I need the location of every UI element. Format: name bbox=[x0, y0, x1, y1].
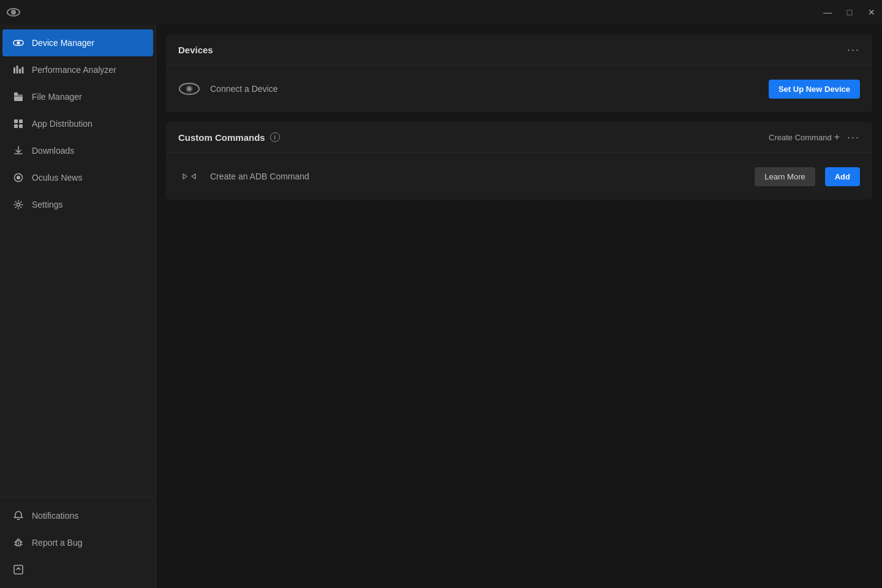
oculus-news-icon bbox=[12, 172, 24, 184]
connect-device-row: Connect a Device Set Up New Device bbox=[166, 66, 872, 112]
svg-rect-13 bbox=[14, 124, 18, 128]
sidebar-item-performance-analyzer[interactable]: Performance Analyzer bbox=[2, 56, 153, 83]
plus-icon: + bbox=[834, 132, 840, 143]
svg-rect-11 bbox=[14, 119, 18, 123]
setup-new-device-button[interactable]: Set Up New Device bbox=[769, 80, 860, 99]
svg-point-16 bbox=[17, 176, 20, 179]
custom-commands-more-button[interactable]: ··· bbox=[847, 132, 860, 143]
sidebar-item-label: Settings bbox=[32, 200, 63, 209]
custom-commands-section-actions: Create Command + ··· bbox=[769, 132, 860, 143]
sidebar-item-device-manager[interactable]: Device Manager bbox=[2, 29, 153, 56]
devices-section-actions: ··· bbox=[847, 44, 860, 55]
add-command-button[interactable]: Add bbox=[825, 167, 860, 186]
sidebar-item-downloads[interactable]: Downloads bbox=[2, 137, 153, 164]
sidebar-item-oculus-news[interactable]: Oculus News bbox=[2, 164, 153, 191]
window-controls: — □ ✕ bbox=[822, 7, 877, 17]
custom-commands-section-title: Custom Commands i bbox=[178, 132, 280, 143]
sidebar-item-label: Oculus News bbox=[32, 173, 82, 183]
sidebar-item-settings[interactable]: Settings bbox=[2, 191, 153, 218]
report-bug-icon bbox=[12, 537, 24, 549]
create-adb-command-row: Create an ADB Command Learn More Add bbox=[166, 153, 872, 200]
collapse-icon bbox=[12, 564, 24, 576]
sidebar-item-collapse[interactable] bbox=[2, 556, 153, 583]
devices-section-title: Devices bbox=[178, 45, 213, 55]
svg-rect-6 bbox=[19, 69, 21, 74]
sidebar-nav: Device Manager Performance Analyzer bbox=[0, 24, 156, 497]
devices-section-header: Devices ··· bbox=[166, 34, 872, 66]
performance-analyzer-icon bbox=[12, 64, 24, 76]
sidebar-item-notifications[interactable]: Notifications bbox=[2, 502, 153, 529]
connect-device-label: Connect a Device bbox=[210, 84, 759, 94]
svg-point-22 bbox=[187, 87, 192, 91]
create-command-button[interactable]: Create Command + bbox=[769, 132, 840, 143]
sidebar-item-label: Performance Analyzer bbox=[32, 65, 116, 75]
adb-command-icon bbox=[178, 165, 200, 187]
svg-rect-9 bbox=[14, 97, 23, 101]
sidebar-item-label: Downloads bbox=[32, 146, 74, 156]
learn-more-button[interactable]: Learn More bbox=[755, 167, 815, 186]
svg-rect-7 bbox=[22, 67, 24, 74]
app-body: Device Manager Performance Analyzer bbox=[0, 24, 882, 588]
svg-point-1 bbox=[11, 10, 16, 15]
svg-rect-4 bbox=[13, 67, 15, 74]
svg-rect-12 bbox=[19, 119, 23, 123]
svg-rect-5 bbox=[17, 66, 18, 74]
svg-point-3 bbox=[17, 42, 20, 45]
sidebar-item-label: Report a Bug bbox=[32, 538, 83, 548]
headset-icon bbox=[178, 78, 200, 100]
custom-commands-section: Custom Commands i Create Command + ··· bbox=[166, 122, 872, 200]
settings-icon bbox=[12, 198, 24, 211]
titlebar: — □ ✕ bbox=[0, 0, 882, 24]
sidebar-item-label: Device Manager bbox=[32, 38, 94, 48]
sidebar-bottom: Notifications Report a Bug bbox=[0, 497, 156, 588]
custom-commands-section-header: Custom Commands i Create Command + ··· bbox=[166, 122, 872, 153]
sidebar-item-label: App Distribution bbox=[32, 119, 92, 129]
main-content: Devices ··· Connect a Device Set Up New … bbox=[156, 24, 882, 588]
close-button[interactable]: ✕ bbox=[866, 7, 877, 17]
adb-command-label: Create an ADB Command bbox=[210, 172, 745, 181]
svg-rect-10 bbox=[14, 94, 23, 97]
svg-point-17 bbox=[17, 203, 20, 206]
devices-section: Devices ··· Connect a Device Set Up New … bbox=[166, 34, 872, 112]
notifications-icon bbox=[12, 510, 24, 522]
sidebar-item-label: Notifications bbox=[32, 511, 78, 521]
custom-commands-info-icon[interactable]: i bbox=[270, 132, 280, 142]
sidebar-item-label: File Manager bbox=[32, 92, 82, 102]
devices-more-button[interactable]: ··· bbox=[847, 44, 860, 55]
sidebar-item-report-bug[interactable]: Report a Bug bbox=[2, 529, 153, 556]
app-logo bbox=[5, 4, 22, 21]
minimize-button[interactable]: — bbox=[822, 7, 833, 17]
sidebar: Device Manager Performance Analyzer bbox=[0, 24, 156, 588]
sidebar-item-app-distribution[interactable]: App Distribution bbox=[2, 110, 153, 137]
sidebar-item-file-manager[interactable]: File Manager bbox=[2, 83, 153, 110]
maximize-button[interactable]: □ bbox=[844, 7, 855, 17]
downloads-icon bbox=[12, 145, 24, 157]
svg-rect-14 bbox=[19, 124, 23, 128]
file-manager-icon bbox=[12, 91, 24, 103]
device-manager-icon bbox=[12, 37, 24, 49]
svg-rect-19 bbox=[14, 565, 23, 574]
app-distribution-icon bbox=[12, 118, 24, 130]
